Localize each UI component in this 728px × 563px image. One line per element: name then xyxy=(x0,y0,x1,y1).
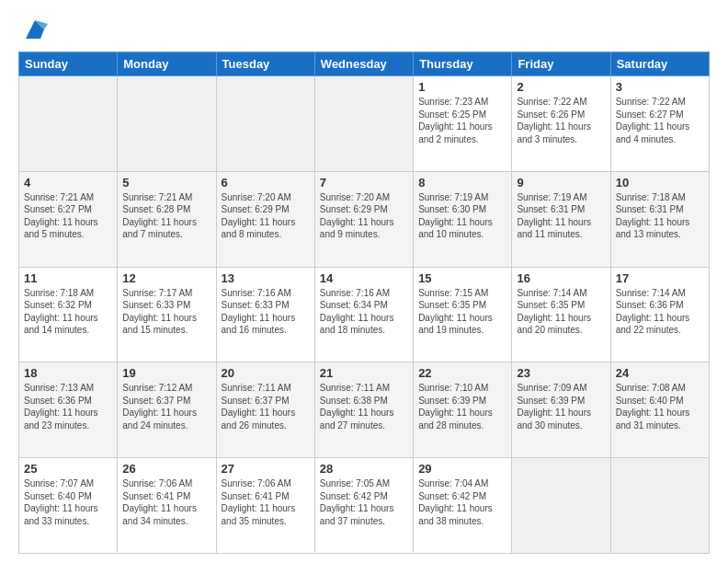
calendar-cell xyxy=(314,76,413,172)
day-number: 3 xyxy=(616,80,704,94)
page: SundayMondayTuesdayWednesdayThursdayFrid… xyxy=(0,0,728,563)
calendar-cell: 25Sunrise: 7:07 AM Sunset: 6:40 PM Dayli… xyxy=(19,458,118,554)
day-info: Sunrise: 7:16 AM Sunset: 6:33 PM Dayligh… xyxy=(222,287,310,337)
day-info: Sunrise: 7:14 AM Sunset: 6:35 PM Dayligh… xyxy=(517,287,605,337)
calendar-cell: 4Sunrise: 7:21 AM Sunset: 6:27 PM Daylig… xyxy=(19,171,118,267)
day-info: Sunrise: 7:22 AM Sunset: 6:27 PM Dayligh… xyxy=(616,96,704,145)
day-number: 22 xyxy=(418,366,506,380)
day-info: Sunrise: 7:22 AM Sunset: 6:26 PM Dayligh… xyxy=(517,96,605,145)
day-info: Sunrise: 7:18 AM Sunset: 6:31 PM Dayligh… xyxy=(616,191,704,241)
day-number: 11 xyxy=(24,271,112,285)
logo-icon xyxy=(22,17,48,42)
calendar-cell xyxy=(610,458,709,554)
calendar-cell: 5Sunrise: 7:21 AM Sunset: 6:28 PM Daylig… xyxy=(118,171,216,267)
weekday-header-friday: Friday xyxy=(512,52,610,76)
header xyxy=(18,17,710,42)
calendar-cell xyxy=(512,458,610,554)
day-number: 14 xyxy=(320,271,408,285)
day-info: Sunrise: 7:04 AM Sunset: 6:42 PM Dayligh… xyxy=(418,477,506,527)
calendar-cell: 6Sunrise: 7:20 AM Sunset: 6:29 PM Daylig… xyxy=(216,171,314,267)
day-info: Sunrise: 7:19 AM Sunset: 6:30 PM Dayligh… xyxy=(418,191,506,241)
day-number: 15 xyxy=(418,271,506,285)
day-number: 25 xyxy=(24,462,112,476)
calendar-cell: 29Sunrise: 7:04 AM Sunset: 6:42 PM Dayli… xyxy=(414,458,512,554)
weekday-header-thursday: Thursday xyxy=(414,52,512,76)
day-info: Sunrise: 7:07 AM Sunset: 6:40 PM Dayligh… xyxy=(24,477,112,527)
day-info: Sunrise: 7:15 AM Sunset: 6:35 PM Dayligh… xyxy=(418,287,506,337)
calendar-cell: 2Sunrise: 7:22 AM Sunset: 6:26 PM Daylig… xyxy=(512,76,610,172)
day-info: Sunrise: 7:05 AM Sunset: 6:42 PM Dayligh… xyxy=(320,477,408,527)
calendar-cell: 9Sunrise: 7:19 AM Sunset: 6:31 PM Daylig… xyxy=(512,171,610,267)
calendar-cell xyxy=(216,76,314,172)
calendar-cell xyxy=(118,76,216,172)
day-number: 10 xyxy=(616,176,704,190)
day-info: Sunrise: 7:06 AM Sunset: 6:41 PM Dayligh… xyxy=(122,477,210,527)
day-number: 6 xyxy=(222,176,310,190)
calendar-cell: 23Sunrise: 7:09 AM Sunset: 6:39 PM Dayli… xyxy=(512,362,610,458)
calendar-cell: 19Sunrise: 7:12 AM Sunset: 6:37 PM Dayli… xyxy=(118,362,216,458)
day-info: Sunrise: 7:08 AM Sunset: 6:40 PM Dayligh… xyxy=(616,382,704,431)
calendar-cell: 26Sunrise: 7:06 AM Sunset: 6:41 PM Dayli… xyxy=(118,458,216,554)
calendar-week-row: 25Sunrise: 7:07 AM Sunset: 6:40 PM Dayli… xyxy=(19,458,710,554)
day-number: 7 xyxy=(320,176,408,190)
calendar-cell: 17Sunrise: 7:14 AM Sunset: 6:36 PM Dayli… xyxy=(610,267,709,362)
day-number: 17 xyxy=(616,271,704,285)
day-info: Sunrise: 7:16 AM Sunset: 6:34 PM Dayligh… xyxy=(320,287,408,337)
day-info: Sunrise: 7:14 AM Sunset: 6:36 PM Dayligh… xyxy=(616,287,704,337)
calendar-cell: 13Sunrise: 7:16 AM Sunset: 6:33 PM Dayli… xyxy=(216,267,314,362)
calendar-cell: 28Sunrise: 7:05 AM Sunset: 6:42 PM Dayli… xyxy=(314,458,413,554)
day-info: Sunrise: 7:21 AM Sunset: 6:28 PM Dayligh… xyxy=(122,191,210,241)
calendar-cell: 12Sunrise: 7:17 AM Sunset: 6:33 PM Dayli… xyxy=(118,267,216,362)
day-info: Sunrise: 7:10 AM Sunset: 6:39 PM Dayligh… xyxy=(418,382,506,431)
day-number: 27 xyxy=(222,462,310,476)
calendar-cell: 22Sunrise: 7:10 AM Sunset: 6:39 PM Dayli… xyxy=(414,362,512,458)
day-number: 1 xyxy=(418,80,506,94)
calendar-cell: 1Sunrise: 7:23 AM Sunset: 6:25 PM Daylig… xyxy=(414,76,512,172)
weekday-header-row: SundayMondayTuesdayWednesdayThursdayFrid… xyxy=(19,52,710,76)
day-info: Sunrise: 7:17 AM Sunset: 6:33 PM Dayligh… xyxy=(122,287,210,337)
day-number: 9 xyxy=(517,176,605,190)
weekday-header-saturday: Saturday xyxy=(610,52,709,76)
day-number: 19 xyxy=(122,366,210,380)
calendar-cell: 18Sunrise: 7:13 AM Sunset: 6:36 PM Dayli… xyxy=(19,362,118,458)
weekday-header-wednesday: Wednesday xyxy=(314,52,413,76)
day-info: Sunrise: 7:11 AM Sunset: 6:37 PM Dayligh… xyxy=(222,382,310,431)
day-number: 5 xyxy=(122,176,210,190)
day-number: 20 xyxy=(222,366,310,380)
calendar-week-row: 4Sunrise: 7:21 AM Sunset: 6:27 PM Daylig… xyxy=(19,171,710,267)
calendar-cell: 16Sunrise: 7:14 AM Sunset: 6:35 PM Dayli… xyxy=(512,267,610,362)
weekday-header-sunday: Sunday xyxy=(19,52,118,76)
day-info: Sunrise: 7:09 AM Sunset: 6:39 PM Dayligh… xyxy=(517,382,605,431)
day-number: 24 xyxy=(616,366,704,380)
calendar-cell: 8Sunrise: 7:19 AM Sunset: 6:30 PM Daylig… xyxy=(414,171,512,267)
day-info: Sunrise: 7:20 AM Sunset: 6:29 PM Dayligh… xyxy=(222,191,310,241)
calendar-cell: 21Sunrise: 7:11 AM Sunset: 6:38 PM Dayli… xyxy=(314,362,413,458)
calendar-cell: 11Sunrise: 7:18 AM Sunset: 6:32 PM Dayli… xyxy=(19,267,118,362)
calendar-cell: 15Sunrise: 7:15 AM Sunset: 6:35 PM Dayli… xyxy=(414,267,512,362)
day-info: Sunrise: 7:12 AM Sunset: 6:37 PM Dayligh… xyxy=(122,382,210,431)
day-number: 29 xyxy=(418,462,506,476)
calendar-cell: 3Sunrise: 7:22 AM Sunset: 6:27 PM Daylig… xyxy=(610,76,709,172)
calendar-cell: 7Sunrise: 7:20 AM Sunset: 6:29 PM Daylig… xyxy=(314,171,413,267)
day-number: 28 xyxy=(320,462,408,476)
day-info: Sunrise: 7:18 AM Sunset: 6:32 PM Dayligh… xyxy=(24,287,112,337)
weekday-header-tuesday: Tuesday xyxy=(216,52,314,76)
calendar-table: SundayMondayTuesdayWednesdayThursdayFrid… xyxy=(18,52,710,554)
day-number: 2 xyxy=(517,80,605,94)
day-number: 13 xyxy=(222,271,310,285)
day-info: Sunrise: 7:23 AM Sunset: 6:25 PM Dayligh… xyxy=(418,96,506,145)
day-number: 4 xyxy=(24,176,112,190)
day-number: 8 xyxy=(418,176,506,190)
day-number: 12 xyxy=(122,271,210,285)
day-number: 16 xyxy=(517,271,605,285)
day-number: 26 xyxy=(122,462,210,476)
day-info: Sunrise: 7:06 AM Sunset: 6:41 PM Dayligh… xyxy=(222,477,310,527)
logo xyxy=(18,17,48,42)
day-number: 18 xyxy=(24,366,112,380)
day-info: Sunrise: 7:11 AM Sunset: 6:38 PM Dayligh… xyxy=(320,382,408,431)
day-number: 23 xyxy=(517,366,605,380)
calendar-cell xyxy=(19,76,118,172)
day-number: 21 xyxy=(320,366,408,380)
calendar-cell: 10Sunrise: 7:18 AM Sunset: 6:31 PM Dayli… xyxy=(610,171,709,267)
day-info: Sunrise: 7:13 AM Sunset: 6:36 PM Dayligh… xyxy=(24,382,112,431)
